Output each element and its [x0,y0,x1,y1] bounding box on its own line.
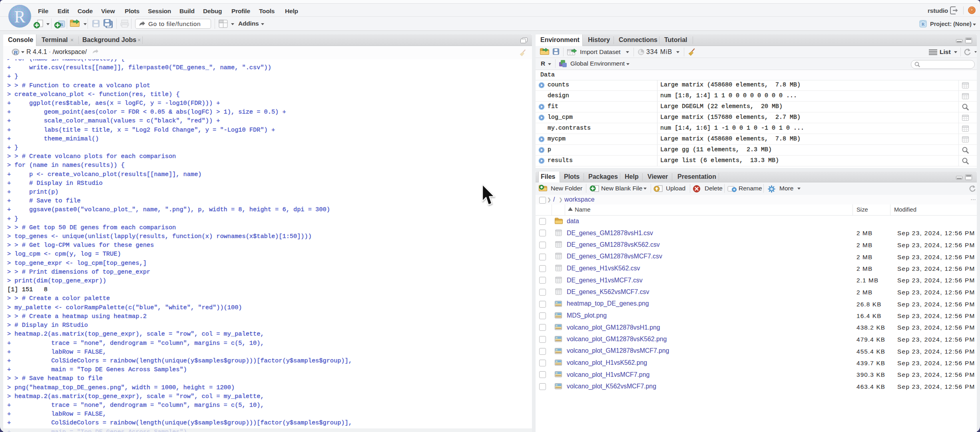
svg-text:R: R [14,50,18,56]
svg-text:R: R [922,22,925,26]
